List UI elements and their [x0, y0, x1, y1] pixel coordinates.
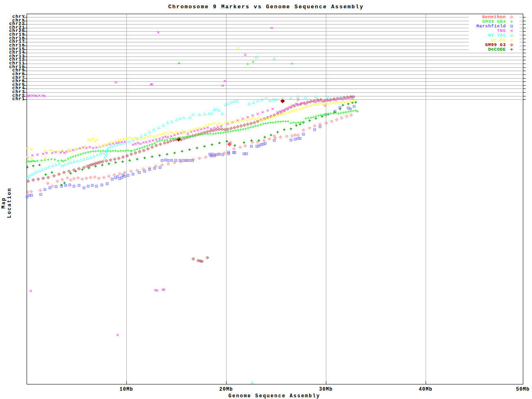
- data-point: [143, 157, 146, 159]
- data-point: [113, 158, 116, 161]
- data-point: [122, 138, 125, 140]
- data-point: [38, 170, 41, 172]
- data-point: [198, 113, 201, 116]
- data-point: [29, 160, 31, 163]
- data-point: [285, 112, 287, 114]
- data-point: [108, 163, 110, 165]
- data-point: [164, 159, 166, 161]
- data-point: [89, 146, 91, 148]
- data-point: [41, 168, 44, 171]
- data-point: [257, 124, 259, 127]
- data-point: [148, 144, 151, 146]
- data-point: [266, 109, 268, 111]
- data-point: [170, 121, 173, 123]
- data-point: [167, 163, 170, 165]
- data-point: [102, 151, 105, 154]
- data-point: [47, 158, 49, 161]
- legend-label: GM99 GB4: [482, 19, 506, 24]
- data-point: [340, 112, 342, 114]
- data-point: [91, 184, 93, 186]
- data-point: [86, 157, 89, 160]
- data-point: [136, 148, 138, 150]
- data-point: [239, 128, 242, 131]
- data-point: [101, 164, 103, 166]
- legend-entry: WI RH: [469, 38, 520, 42]
- data-point: [151, 143, 153, 145]
- data-point: [161, 164, 164, 167]
- data-point: [187, 130, 189, 133]
- data-point: [54, 163, 57, 166]
- data-point: [69, 179, 72, 182]
- data-point: [256, 100, 259, 102]
- data-point: [37, 178, 40, 181]
- data-point: [161, 139, 163, 141]
- data-point: [42, 177, 45, 180]
- legend-entry: GM99 GB4: [469, 19, 520, 24]
- data-point: [204, 156, 207, 159]
- diamond-dot-icon: [510, 43, 514, 47]
- data-point: [145, 141, 147, 143]
- data-point: [317, 114, 320, 117]
- data-point: [257, 117, 260, 119]
- data-point: [49, 187, 51, 189]
- data-point: [92, 138, 94, 140]
- data-point: [66, 162, 69, 165]
- data-point: [134, 152, 137, 155]
- legend-label: WI YAC: [488, 33, 506, 38]
- data-point: [325, 122, 328, 125]
- data-point: [66, 177, 69, 180]
- data-point: [301, 107, 304, 109]
- data-point: [207, 126, 209, 128]
- data-point: [77, 154, 79, 156]
- data-point: [510, 39, 513, 41]
- data-point: [308, 119, 311, 122]
- data-point: [267, 122, 269, 124]
- data-point: [239, 146, 242, 149]
- data-point: [349, 100, 351, 103]
- data-point: [175, 118, 178, 121]
- data-point: [153, 135, 155, 138]
- data-point: [224, 128, 227, 131]
- data-point: [30, 190, 33, 193]
- data-point: [152, 139, 154, 141]
- data-point: [262, 123, 264, 125]
- data-point: [28, 175, 31, 177]
- data-point: [89, 176, 92, 179]
- legend-label: GM99 G3: [485, 42, 506, 47]
- plot-page: Chromosome 9 Markers vs Genome Sequence …: [0, 0, 532, 399]
- data-point: [32, 165, 34, 167]
- data-point: [109, 150, 112, 153]
- data-point: [342, 104, 344, 106]
- data-point: [326, 103, 329, 105]
- data-point: [187, 133, 189, 135]
- data-point: [122, 156, 125, 159]
- data-point: [219, 132, 222, 134]
- data-point: [251, 382, 254, 384]
- data-point: [329, 102, 332, 105]
- data-point: [89, 156, 92, 159]
- data-point: [73, 160, 76, 163]
- data-point: [233, 126, 236, 129]
- data-point: [64, 184, 66, 186]
- data-point: [291, 110, 293, 113]
- data-point: [295, 122, 297, 124]
- data-point: [290, 139, 292, 141]
- data-point: [69, 161, 72, 164]
- data-point: [58, 163, 61, 165]
- data-point: [204, 125, 207, 127]
- data-point: [192, 258, 195, 261]
- data-point: [130, 170, 133, 173]
- data-point: [117, 150, 119, 153]
- data-point: [244, 128, 247, 130]
- data-point: [196, 147, 198, 149]
- data-point: [164, 135, 166, 138]
- series-decode: [26, 101, 357, 186]
- data-point: [227, 153, 229, 155]
- data-point: [249, 118, 251, 121]
- data-point: [39, 193, 42, 195]
- data-point: [155, 144, 158, 147]
- data-point: [57, 150, 59, 153]
- data-point: [330, 120, 333, 123]
- data-point: [89, 139, 92, 142]
- data-point: [198, 157, 201, 160]
